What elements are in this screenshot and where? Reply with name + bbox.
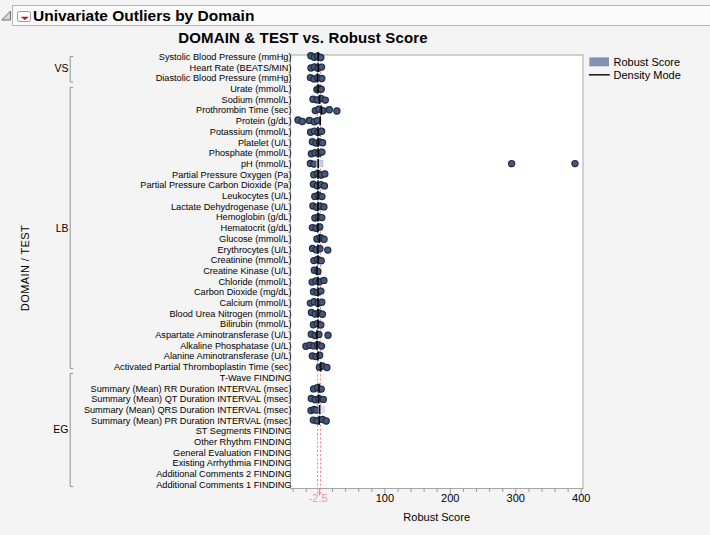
svg-text:Sodium (mmol/L): Sodium (mmol/L)	[222, 95, 292, 105]
svg-text:Density Mode: Density Mode	[614, 69, 681, 81]
svg-text:Summary (Mean) RR Duration INT: Summary (Mean) RR Duration INTERVAL (mse…	[91, 384, 292, 394]
svg-text:100: 100	[376, 492, 394, 504]
svg-text:Additional Comments 1 FINDING: Additional Comments 1 FINDING	[156, 480, 291, 490]
svg-text:Creatinine (mmol/L): Creatinine (mmol/L)	[211, 255, 292, 265]
svg-text:ST Segments FINDING: ST Segments FINDING	[196, 426, 292, 436]
svg-text:Activated Partial Thromboplast: Activated Partial Thromboplastin Time (s…	[114, 362, 292, 372]
svg-text:Summary (Mean) PR Duration INT: Summary (Mean) PR Duration INTERVAL (mse…	[91, 416, 291, 426]
svg-text:Heart Rate (BEATS/MIN): Heart Rate (BEATS/MIN)	[190, 63, 292, 73]
svg-text:Summary (Mean) QT Duration INT: Summary (Mean) QT Duration INTERVAL (mse…	[91, 394, 291, 404]
svg-text:Carbon Dioxide (mg/dL): Carbon Dioxide (mg/dL)	[194, 287, 292, 297]
svg-text:Protein (g/dL): Protein (g/dL)	[236, 116, 292, 126]
svg-text:Partial Pressure Oxygen (Pa): Partial Pressure Oxygen (Pa)	[172, 170, 291, 180]
svg-text:Prothrombin Time (sec): Prothrombin Time (sec)	[196, 105, 291, 115]
svg-text:Additional Comments 2 FINDING: Additional Comments 2 FINDING	[156, 469, 291, 479]
svg-text:Calcium (mmol/L): Calcium (mmol/L)	[220, 298, 292, 308]
svg-text:Blood Urea Nitrogen (mmol/L): Blood Urea Nitrogen (mmol/L)	[169, 309, 291, 319]
svg-text:Summary (Mean) QRS Duration IN: Summary (Mean) QRS Duration INTERVAL (ms…	[84, 405, 292, 415]
svg-text:VS: VS	[54, 62, 68, 74]
svg-text:300: 300	[507, 492, 525, 504]
svg-text:-2.5: -2.5	[309, 492, 328, 504]
svg-text:DOMAIN / TEST: DOMAIN / TEST	[19, 225, 31, 311]
svg-text:Erythrocytes (U/L): Erythrocytes (U/L)	[217, 245, 291, 255]
svg-text:EG: EG	[53, 423, 68, 435]
svg-text:Bilirubin (mmol/L): Bilirubin (mmol/L)	[220, 319, 291, 329]
svg-text:Hemoglobin (g/dL): Hemoglobin (g/dL)	[216, 212, 292, 222]
svg-text:Hematocrit (g/dL): Hematocrit (g/dL)	[221, 223, 292, 233]
svg-text:Robust Score: Robust Score	[614, 56, 681, 68]
svg-text:LB: LB	[56, 222, 69, 234]
svg-text:Chloride (mmol/L): Chloride (mmol/L)	[218, 277, 291, 287]
svg-text:Glucose (mmol/L): Glucose (mmol/L)	[219, 234, 292, 244]
svg-text:General Evaluation FINDING: General Evaluation FINDING	[173, 448, 291, 458]
svg-text:Lactate Dehydrogenase (U/L): Lactate Dehydrogenase (U/L)	[171, 202, 292, 212]
svg-text:Phosphate (mmol/L): Phosphate (mmol/L)	[209, 148, 292, 158]
svg-text:Systolic Blood Pressure (mmHg): Systolic Blood Pressure (mmHg)	[159, 52, 292, 62]
svg-text:Platelet (U/L): Platelet (U/L)	[238, 138, 292, 148]
svg-text:Existing Arrhythmia FINDING: Existing Arrhythmia FINDING	[173, 458, 292, 468]
svg-text:Potassium (mmol/L): Potassium (mmol/L)	[210, 127, 292, 137]
svg-text:Robust Score: Robust Score	[403, 511, 470, 523]
svg-text:Diastolic Blood Pressure (mmHg: Diastolic Blood Pressure (mmHg)	[156, 73, 292, 83]
svg-text:T-Wave FINDING: T-Wave FINDING	[220, 373, 292, 383]
svg-text:Alanine Aminotransferase (U/L): Alanine Aminotransferase (U/L)	[164, 351, 292, 361]
svg-text:Aspartate Aminotransferase (U/: Aspartate Aminotransferase (U/L)	[155, 330, 291, 340]
svg-text:Other Rhythm FINDING: Other Rhythm FINDING	[194, 437, 292, 447]
svg-text:Urate (mmol/L): Urate (mmol/L)	[230, 84, 291, 94]
svg-text:Creatine Kinase (U/L): Creatine Kinase (U/L)	[203, 266, 291, 276]
svg-text:Leukocytes (U/L): Leukocytes (U/L)	[222, 191, 291, 201]
svg-text:Alkaline Phosphatase (U/L): Alkaline Phosphatase (U/L)	[180, 341, 291, 351]
svg-text:DOMAIN & TEST vs. Robust Score: DOMAIN & TEST vs. Robust Score	[178, 29, 428, 46]
svg-text:400: 400	[572, 492, 590, 504]
svg-text:200: 200	[441, 492, 459, 504]
svg-text:Partial Pressure Carbon Dioxid: Partial Pressure Carbon Dioxide (Pa)	[140, 180, 291, 190]
svg-text:pH (mmol/L): pH (mmol/L)	[241, 159, 292, 169]
